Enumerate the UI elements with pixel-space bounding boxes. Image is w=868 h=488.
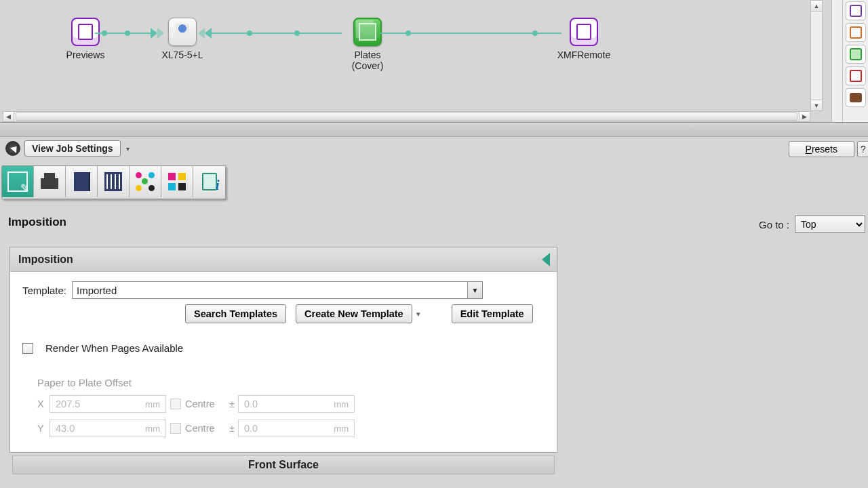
plates-icon [353,18,382,46]
press-label: XL75-5+L [155,49,210,60]
view-job-settings-label: View Job Settings [32,143,113,154]
edit-template-label: Edit Template [460,308,524,319]
pm-y-unit: mm [334,424,349,434]
search-templates-button[interactable]: Search Templates [185,304,286,323]
toolbar-ruler[interactable] [98,166,130,197]
centre-y-checkbox[interactable] [170,423,181,434]
hscroll-thumb[interactable] [16,113,797,121]
offset-y-input[interactable]: 43.0mm [50,420,166,437]
scroll-up-icon[interactable]: ▲ [811,1,822,12]
scroll-left-icon[interactable]: ◀ [3,112,14,121]
info-icon [202,173,217,190]
imposition-panel-title: Imposition [18,253,73,266]
create-template-button[interactable]: Create New Template [296,304,412,323]
scroll-right-icon[interactable]: ▶ [799,112,810,121]
plates-label-2: (Cover) [340,60,395,71]
nav-round-button[interactable] [5,141,20,156]
toolbar-colorgrid[interactable] [161,166,193,197]
pdf-icon [850,70,862,82]
connector-previews-press [95,33,156,34]
separations-icon [136,172,155,191]
pm-y-value: 0.0 [244,423,258,434]
palette-item-2[interactable] [846,23,866,42]
toolbar-separations[interactable] [130,166,161,197]
pm-x-input[interactable]: 0.0mm [238,395,355,413]
template-value: Imported [77,285,117,296]
palette-icon-1 [850,5,862,17]
palette-item-5[interactable] [846,88,866,107]
remote-icon [570,18,598,46]
palette-vscrollbar[interactable] [832,0,843,122]
scroll-down-icon[interactable]: ▼ [811,100,822,110]
workflow-node-previews[interactable]: Previews [58,18,113,60]
view-job-settings-button[interactable]: View Job Settings [24,140,121,157]
page-title: Imposition [8,216,66,229]
render-when-pages-label: Render When Pages Available [45,342,183,354]
offset-x-input[interactable]: 207.5mm [50,395,166,413]
offset-y-value: 43.0 [56,423,75,434]
plates-label-1: Plates [340,49,395,60]
pm-y-input[interactable]: 0.0mm [238,420,355,437]
render-when-pages-checkbox[interactable] [22,343,33,354]
front-surface-label: Front Surface [248,459,319,471]
palette-item-1[interactable] [846,1,866,20]
palette-item-4[interactable] [846,66,866,85]
centre-x-checkbox[interactable] [170,399,181,409]
template-combobox[interactable]: Imported ▼ [72,281,483,299]
paper-plate-offset-title: Paper to Plate Offset [37,377,545,388]
palette-item-3[interactable] [846,45,866,64]
job-toolbar [1,165,226,199]
press-icon [168,18,197,46]
centre-x-label: Centre [185,399,226,409]
front-surface-header[interactable]: Front Surface [12,455,555,474]
goto-label: Go to : [759,219,789,230]
view-job-settings-caret-icon[interactable]: ▾ [126,145,130,152]
presets-rest: resets [812,144,837,155]
create-template-label: Create New Template [304,308,403,319]
ruler-icon [104,172,122,191]
template-label: Template: [22,285,66,296]
workflow-area: Previews XL75-5+L Plates (Cover) XMFRemo… [0,0,868,122]
offset-y-label: Y [37,423,50,434]
previews-icon [71,18,100,46]
connector-plates-press [206,33,342,34]
offset-x-value: 207.5 [56,399,80,409]
template-dropdown-icon[interactable]: ▼ [467,282,482,298]
offset-x-unit: mm [145,399,160,409]
workflow-vscrollbar[interactable]: ▲ ▼ [810,0,823,111]
workflow-node-remote[interactable]: XMFRemote [553,18,614,60]
centre-y-label: Centre [185,423,226,434]
imposition-panel: Imposition Template: Imported ▼ Search T… [9,247,557,453]
settings-bar: View Job Settings ▾ Presets ? [0,137,868,160]
palette-icon-3 [850,48,862,60]
collapse-left-icon[interactable] [542,253,550,266]
workflow-canvas[interactable]: Previews XL75-5+L Plates (Cover) XMFRemo… [3,0,820,110]
toolbar-info[interactable] [193,166,225,197]
pm-x-unit: mm [334,399,349,409]
edit-template-button[interactable]: Edit Template [452,304,533,323]
color-grid-icon [168,173,186,190]
workflow-node-plates[interactable]: Plates (Cover) [340,18,395,71]
create-template-caret-icon[interactable]: ▾ [416,310,420,319]
workflow-hscrollbar[interactable]: ◀ ▶ [3,111,810,122]
goto-control: Go to : Top [759,216,865,233]
book-icon [74,172,89,191]
search-templates-label: Search Templates [194,308,277,319]
presets-mnemonic: P [806,144,812,155]
offset-grid: X 207.5mm Centre ± 0.0mm Y 43.0mm Centre… [37,395,545,437]
imposition-panel-header[interactable]: Imposition [10,247,557,272]
workflow-node-press[interactable]: XL75-5+L [155,18,210,60]
toolbar-print[interactable] [34,166,66,197]
toolbar-imposition[interactable] [2,166,34,197]
toolbar-book[interactable] [66,166,98,197]
printer-icon [39,171,60,192]
remote-label: XMFRemote [553,49,614,60]
palette-icon-5 [850,93,862,102]
imposition-icon [7,171,28,192]
presets-button[interactable]: Presets [789,141,854,157]
section-divider [0,122,868,137]
connector-plates-remote [380,33,561,34]
right-palette [831,0,868,122]
goto-select[interactable]: Top [795,216,865,233]
help-button[interactable]: ? [857,141,868,157]
